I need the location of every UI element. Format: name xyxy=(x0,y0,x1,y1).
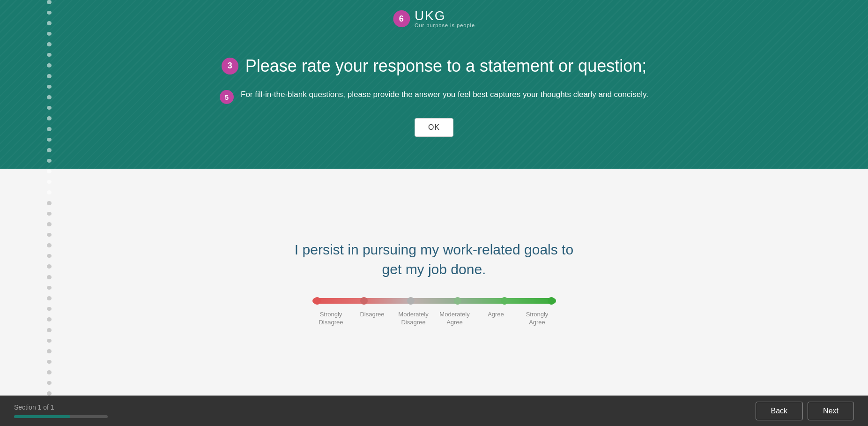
section-info: Section 1 of 1 xyxy=(14,404,108,411)
ok-button[interactable]: OK xyxy=(415,118,453,137)
nav-dot xyxy=(47,391,52,396)
nav-dot xyxy=(47,85,52,89)
bottom-section: I persist in pursuing my work-related go… xyxy=(0,169,868,426)
nav-dot xyxy=(47,275,52,279)
nav-dot xyxy=(47,349,52,353)
label-disagree: Disagree xyxy=(354,311,391,327)
nav-dot xyxy=(47,95,52,99)
label-moderately-agree: ModeratelyAgree xyxy=(436,311,474,327)
label-strongly-disagree: StronglyDisagree xyxy=(312,311,350,327)
instruction-text: For fill-in-the-blank questions, please … xyxy=(241,89,648,101)
likert-dot-strongly-agree[interactable] xyxy=(548,297,555,305)
progress-bar xyxy=(14,415,70,418)
likert-dot-moderately-agree[interactable] xyxy=(454,297,461,305)
nav-dot xyxy=(47,127,52,131)
back-button[interactable]: Back xyxy=(756,402,803,420)
next-button[interactable]: Next xyxy=(808,402,854,420)
dot-navigation xyxy=(47,0,52,396)
likert-dot-disagree[interactable] xyxy=(360,297,368,305)
label-strongly-agree: StronglyAgree xyxy=(519,311,556,327)
brand-name: UKG xyxy=(415,9,446,22)
likert-track xyxy=(312,298,556,304)
label-moderately-disagree: ModeratelyDisagree xyxy=(395,311,432,327)
nav-dot xyxy=(47,106,52,110)
likert-scale[interactable]: StronglyDisagree Disagree ModeratelyDisa… xyxy=(312,298,556,327)
nav-dot xyxy=(47,307,52,311)
question-title: Please rate your response to a statement… xyxy=(245,55,647,77)
nav-dot xyxy=(47,201,52,205)
top-section: 6 UKG Our purpose is people 3 Please rat… xyxy=(0,0,868,169)
main-content: 3 Please rate your response to a stateme… xyxy=(220,55,648,137)
nav-dot xyxy=(47,243,52,247)
nav-dot xyxy=(47,169,52,173)
nav-dot xyxy=(47,222,52,226)
likert-labels: StronglyDisagree Disagree ModeratelyDisa… xyxy=(312,311,556,327)
nav-dot xyxy=(47,328,52,332)
nav-dot xyxy=(47,74,52,78)
nav-dot xyxy=(47,317,52,321)
likert-dot-strongly-disagree[interactable] xyxy=(313,297,321,305)
nav-dot xyxy=(47,53,52,57)
nav-dot xyxy=(47,254,52,258)
nav-dot xyxy=(47,360,52,364)
nav-dot xyxy=(47,180,52,184)
nav-dot xyxy=(47,190,52,194)
nav-dot xyxy=(47,212,52,216)
nav-dot xyxy=(47,286,52,290)
nav-dot xyxy=(47,370,52,374)
likert-dots xyxy=(312,297,556,305)
nav-dot xyxy=(47,21,52,25)
instruction-row: 5 For fill-in-the-blank questions, pleas… xyxy=(220,89,648,104)
question-badge: 3 xyxy=(222,58,238,75)
nav-dot xyxy=(47,339,52,343)
nav-dot xyxy=(47,138,52,142)
nav-dot xyxy=(47,63,52,67)
ukg-logo: UKG Our purpose is people xyxy=(415,9,475,28)
step-badge: 6 xyxy=(393,10,410,27)
nav-dot xyxy=(47,381,52,385)
nav-dot xyxy=(47,116,52,120)
progress-bar-container xyxy=(14,415,108,418)
survey-question: I persist in pursuing my work-related go… xyxy=(294,240,575,279)
likert-dot-moderately-disagree[interactable] xyxy=(407,297,415,305)
nav-dot xyxy=(47,11,52,15)
likert-dot-agree[interactable] xyxy=(501,297,508,305)
nav-dot xyxy=(47,233,52,237)
nav-dot xyxy=(47,264,52,269)
logo-area: 6 UKG Our purpose is people xyxy=(393,9,475,28)
footer-buttons: Back Next xyxy=(756,402,854,420)
nav-dot xyxy=(47,0,52,4)
question-header: 3 Please rate your response to a stateme… xyxy=(222,55,647,77)
brand-tagline: Our purpose is people xyxy=(415,22,475,28)
label-agree: Agree xyxy=(477,311,515,327)
instruction-badge: 5 xyxy=(220,90,234,104)
footer-left: Section 1 of 1 xyxy=(14,404,108,418)
nav-dot xyxy=(47,159,52,163)
nav-dot xyxy=(47,296,52,300)
nav-dot xyxy=(47,32,52,36)
footer: Section 1 of 1 Back Next xyxy=(0,396,868,426)
nav-dot xyxy=(47,148,52,152)
nav-dot xyxy=(47,42,52,46)
